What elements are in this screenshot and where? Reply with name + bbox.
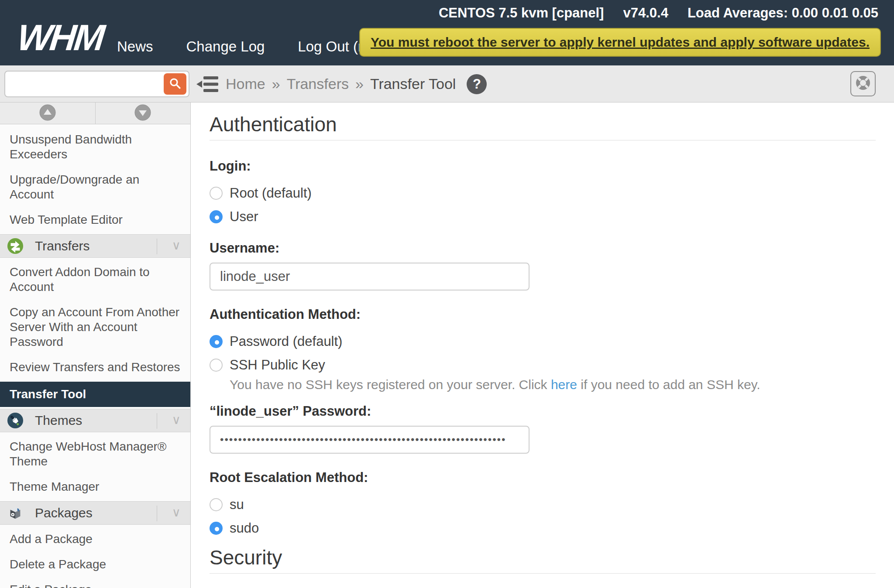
auth-option-password[interactable]: Password (default): [210, 334, 876, 349]
magnifier-icon: [168, 77, 182, 91]
login-radio-group: Root (default) User: [210, 186, 876, 224]
password-field[interactable]: [210, 426, 530, 454]
root-escalation-radio-group: su sudo: [210, 497, 876, 536]
sidebar-section-label: Themes: [35, 413, 82, 428]
paintbrush-icon: [7, 412, 24, 429]
whm-logo[interactable]: WHM: [16, 19, 105, 56]
life-ring-icon: [855, 75, 871, 93]
section-divider: [157, 413, 157, 429]
auth-option-ssh-key[interactable]: SSH Public Key: [210, 358, 876, 373]
scroll-up-button[interactable]: [0, 103, 96, 124]
username-label: Username:: [210, 240, 876, 256]
nav-change-log[interactable]: Change Log: [186, 38, 265, 55]
breadcrumb-current-page: Transfer Tool: [370, 75, 456, 92]
section-divider: [157, 239, 157, 254]
breadcrumb-home[interactable]: Home: [226, 75, 265, 92]
search-button[interactable]: [164, 73, 186, 95]
login-label: Login:: [210, 158, 876, 174]
radio-unselected-icon[interactable]: [210, 359, 223, 372]
sidebar-nav-list: Unsuspend Bandwidth Exceeders Upgrade/Do…: [0, 127, 190, 588]
chevron-down-icon[interactable]: ∨: [172, 413, 181, 427]
section-divider-rule: [210, 573, 876, 574]
sidebar-item-add-package[interactable]: Add a Package: [0, 526, 190, 552]
sidebar-scroll-controls: [0, 103, 190, 124]
security-heading: Security: [210, 546, 876, 569]
ssh-key-note: You have no SSH keys registered on your …: [230, 377, 876, 393]
load-averages: Load Averages: 0.00 0.01 0.05: [688, 5, 878, 21]
radio-selected-icon[interactable]: [210, 522, 223, 535]
radio-label: Password (default): [230, 334, 342, 349]
sidebar-item-delete-package[interactable]: Delete a Package: [0, 552, 190, 577]
chevron-down-icon[interactable]: ∨: [172, 238, 181, 253]
radio-unselected-icon[interactable]: [210, 498, 223, 511]
sidebar-item-change-whm-theme[interactable]: Change WebHost Manager® Theme: [0, 434, 190, 474]
sidebar-item-unsuspend-bandwidth[interactable]: Unsuspend Bandwidth Exceeders: [0, 127, 190, 167]
radio-unselected-icon[interactable]: [210, 187, 223, 200]
scroll-down-button[interactable]: [96, 103, 191, 124]
sidebar-item-edit-package[interactable]: Edit a Package: [0, 577, 190, 588]
sidebar-item-review-transfers[interactable]: Review Transfers and Restores: [0, 355, 190, 380]
breadcrumb-toolbar: Home » Transfers » Transfer Tool ?: [0, 65, 894, 103]
radio-selected-icon[interactable]: [210, 210, 223, 223]
server-status-line: CENTOS 7.5 kvm [cpanel] v74.0.4 Load Ave…: [439, 5, 878, 21]
reboot-warning-banner[interactable]: You must reboot the server to apply kern…: [359, 28, 881, 57]
radio-label: Root (default): [230, 185, 312, 201]
sidebar-section-packages[interactable]: Packages ∨: [0, 501, 190, 525]
package-box-icon: [7, 505, 24, 521]
radio-label: sudo: [230, 520, 259, 536]
sidebar-search: [4, 71, 189, 97]
nav-news[interactable]: News: [117, 38, 153, 55]
section-divider: [157, 506, 157, 521]
breadcrumb-transfers[interactable]: Transfers: [287, 75, 349, 92]
main-content: Authentication Login: Root (default) Use…: [191, 103, 894, 588]
sidebar-item-upgrade-downgrade[interactable]: Upgrade/Downgrade an Account: [0, 167, 190, 207]
collapse-menu-icon: [196, 87, 219, 94]
sidebar-item-web-template-editor[interactable]: Web Template Editor: [0, 207, 190, 232]
server-os: CENTOS 7.5 kvm [cpanel]: [439, 5, 604, 21]
breadcrumb-separator: »: [272, 75, 280, 92]
radio-label: su: [230, 497, 244, 513]
transfers-icon: [7, 238, 24, 254]
sidebar-section-label: Transfers: [35, 239, 90, 253]
login-option-user[interactable]: User: [210, 209, 876, 224]
whm-transfer-tool-page: WHM News Change Log Log Out (root) CENTO…: [0, 0, 894, 588]
sidebar-item-transfer-tool[interactable]: Transfer Tool: [0, 382, 190, 407]
escalation-option-sudo[interactable]: sudo: [210, 521, 876, 536]
sidebar-section-transfers[interactable]: Transfers ∨: [0, 234, 190, 258]
section-divider-rule: [210, 140, 876, 140]
support-button[interactable]: [850, 71, 876, 96]
radio-selected-icon[interactable]: [210, 335, 223, 348]
help-icon[interactable]: ?: [467, 74, 487, 94]
escalation-option-su[interactable]: su: [210, 497, 876, 512]
sidebar-item-copy-account[interactable]: Copy an Account From Another Server With…: [0, 300, 190, 355]
auth-method-radio-group: Password (default) SSH Public Key: [210, 334, 876, 373]
login-option-root[interactable]: Root (default): [210, 186, 876, 201]
sidebar-section-themes[interactable]: Themes ∨: [0, 409, 190, 432]
sidebar-section-label: Packages: [35, 506, 93, 520]
chevron-up-circle-icon: [39, 104, 56, 123]
password-label: “linode_user” Password:: [210, 403, 876, 420]
search-input[interactable]: [5, 72, 189, 96]
radio-label: SSH Public Key: [230, 357, 325, 373]
authentication-method-label: Authentication Method:: [210, 306, 876, 323]
chevron-down-icon[interactable]: ∨: [172, 505, 181, 520]
root-escalation-label: Root Escalation Method:: [210, 469, 876, 486]
sidebar: Unsuspend Bandwidth Exceeders Upgrade/Do…: [0, 103, 191, 588]
authentication-heading: Authentication: [210, 113, 876, 136]
whm-version: v74.0.4: [623, 5, 668, 21]
top-bar: WHM News Change Log Log Out (root) CENTO…: [0, 0, 894, 65]
radio-label: User: [230, 209, 258, 225]
breadcrumb-separator: »: [355, 75, 364, 92]
sidebar-item-convert-addon-domain[interactable]: Convert Addon Domain to Account: [0, 260, 190, 300]
collapse-sidebar-button[interactable]: [196, 75, 219, 93]
top-navigation: News Change Log Log Out (root): [117, 38, 388, 55]
username-field[interactable]: [210, 263, 530, 291]
chevron-down-circle-icon: [134, 104, 151, 123]
sidebar-item-theme-manager[interactable]: Theme Manager: [0, 474, 190, 499]
breadcrumb: Home » Transfers » Transfer Tool ?: [226, 65, 487, 103]
add-ssh-key-link[interactable]: here: [551, 377, 577, 392]
